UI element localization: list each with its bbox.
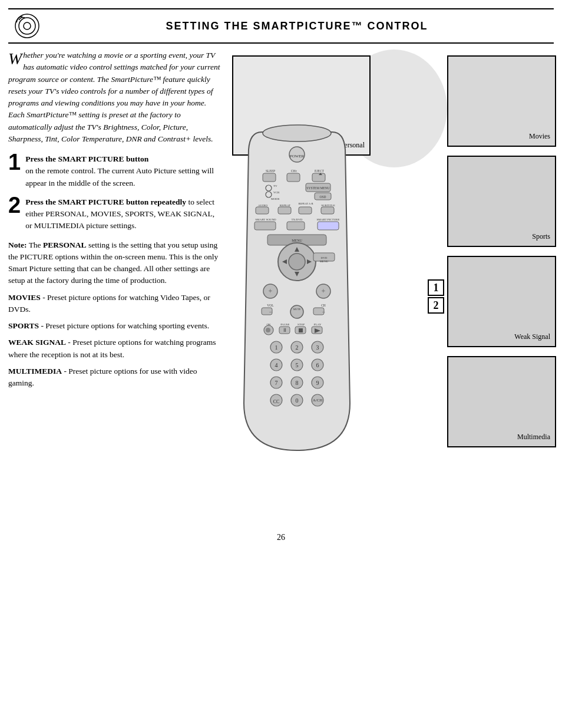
- right-section: Personal Movies Sports Weak Signal Multi…: [226, 50, 562, 521]
- svg-rect-67: [299, 328, 303, 332]
- svg-text:REPEAT: REPEAT: [280, 204, 290, 207]
- svg-text:1: 1: [275, 344, 278, 351]
- svg-text:5: 5: [296, 362, 299, 368]
- drop-cap: W: [8, 51, 22, 67]
- movies-panel-label: Movies: [529, 132, 550, 141]
- sports-desc: SPORTS - Preset picture options for watc…: [8, 320, 220, 332]
- svg-text:4: 4: [275, 362, 278, 368]
- svg-text:REPEAT A-B: REPEAT A-B: [298, 202, 313, 205]
- svg-text:0: 0: [296, 397, 299, 404]
- svg-text:VCR: VCR: [273, 191, 280, 194]
- svg-text:3: 3: [316, 344, 319, 351]
- panel-weak-signal: Weak Signal: [447, 256, 556, 347]
- svg-text:TV: TV: [273, 185, 277, 187]
- panel-multimedia: Multimedia: [447, 356, 556, 447]
- svg-rect-35: [318, 222, 339, 230]
- step-badge-2: 2: [428, 297, 444, 314]
- panel-movies: Movies: [447, 55, 556, 147]
- panel-sports: Sports: [447, 156, 556, 247]
- step-badge-1: 1: [428, 279, 444, 296]
- svg-text:2: 2: [296, 344, 299, 351]
- step-1-number: 1: [8, 151, 21, 173]
- note-body: The: [29, 241, 43, 249]
- svg-text:9: 9: [316, 380, 319, 386]
- weak-signal-label: WEAK SIGNAL: [8, 338, 66, 347]
- svg-text:⏸: ⏸: [282, 327, 287, 333]
- step-1-title: Press the SMART PICTURE button: [25, 154, 148, 163]
- main-content: Whether you're watching a movie or a spo…: [8, 50, 554, 521]
- svg-text:SUBTITLE: SUBTITLE: [321, 204, 335, 207]
- svg-rect-29: [321, 207, 334, 214]
- svg-rect-25: [278, 207, 291, 214]
- svg-point-39: [289, 253, 305, 270]
- svg-rect-9: [287, 173, 300, 182]
- step-2-number: 2: [8, 194, 21, 216]
- intro-text-body: hether you're watching a movie or a spor…: [8, 51, 220, 143]
- svg-rect-7: [263, 173, 276, 182]
- svg-text:PLAY: PLAY: [314, 323, 322, 326]
- intro-paragraph: Whether you're watching a movie or a spo…: [8, 50, 220, 145]
- svg-text:+: +: [269, 287, 273, 295]
- movies-label: MOVIES: [8, 293, 41, 302]
- step-2-title: Press the SMART PICTURE button repeatedl…: [25, 197, 186, 206]
- svg-text:AUDIO: AUDIO: [258, 204, 267, 207]
- svg-rect-33: [287, 222, 305, 230]
- svg-text:6: 6: [316, 362, 319, 368]
- svg-rect-27: [299, 207, 312, 214]
- svg-text:DVD: DVD: [321, 256, 328, 259]
- multimedia-panel-label: Multimedia: [517, 433, 550, 442]
- note-paragraph: Note: The PERSONAL setting is the settin…: [8, 239, 220, 287]
- step-1: 1 Press the SMART PICTURE button on the …: [8, 153, 220, 189]
- page-number: 26: [0, 533, 562, 551]
- svg-rect-31: [254, 222, 276, 230]
- svg-text:+: +: [322, 287, 326, 295]
- sports-label: SPORTS: [8, 321, 39, 330]
- svg-text:CH: CH: [321, 304, 326, 307]
- multimedia-label: MULTIMEDIA: [8, 367, 62, 375]
- svg-point-3: [263, 125, 331, 141]
- svg-text:CH±: CH±: [291, 169, 297, 173]
- svg-text:SLEEP: SLEEP: [266, 169, 275, 173]
- note-label: Note:: [8, 241, 27, 249]
- svg-text:CC: CC: [273, 399, 280, 404]
- svg-text:−: −: [322, 309, 325, 315]
- svg-rect-11: [312, 173, 325, 182]
- weak-signal-desc: WEAK SIGNAL - Preset picture options for…: [8, 337, 220, 361]
- step-2: 2 Press the SMART PICTURE button repeate…: [8, 196, 220, 232]
- step-2-content: Press the SMART PICTURE button repeatedl…: [25, 196, 220, 232]
- svg-point-1: [19, 18, 35, 34]
- step-1-content: Press the SMART PICTURE button on the re…: [25, 153, 220, 189]
- remote-control: POWER SLEEP CH± EJECT TV VCR MODE SYSTEM…: [238, 120, 356, 474]
- svg-text:OSD: OSD: [319, 195, 326, 199]
- svg-text:SMART PICTURE: SMART PICTURE: [317, 218, 340, 221]
- svg-text:POWER: POWER: [290, 154, 305, 159]
- svg-text:EJECT: EJECT: [315, 169, 325, 173]
- weak-signal-panel-label: Weak Signal: [514, 332, 550, 341]
- svg-text:8: 8: [296, 380, 299, 386]
- svg-text:A/CH: A/CH: [313, 398, 323, 403]
- sports-panel-label: Sports: [532, 232, 550, 241]
- sports-body: - Preset picture options for watching sp…: [41, 321, 209, 330]
- page-title: Setting the SmartPicture™ Control: [46, 20, 548, 32]
- svg-point-61: [266, 328, 270, 332]
- diagram-area: Personal Movies Sports Weak Signal Multi…: [226, 50, 562, 509]
- svg-text:−: −: [269, 309, 272, 315]
- svg-text:MODE: MODE: [271, 197, 280, 200]
- svg-text:STOP: STOP: [297, 323, 305, 326]
- svg-text:SYSTEM MENU: SYSTEM MENU: [306, 186, 329, 190]
- svg-text:TX/DVD: TX/DVD: [292, 218, 303, 221]
- svg-text:SMART SOUND: SMART SOUND: [255, 218, 276, 221]
- page-header: Setting the SmartPicture™ Control: [8, 8, 554, 44]
- svg-text:PAUSE: PAUSE: [280, 323, 289, 326]
- tv-remote-icon: [14, 13, 40, 39]
- multimedia-desc: MULTIMEDIA - Preset picture options for …: [8, 365, 220, 390]
- svg-text:7: 7: [275, 380, 278, 386]
- step-badges: 1 2: [428, 279, 444, 314]
- svg-text:MUTE: MUTE: [293, 308, 301, 311]
- svg-text:MENU: MENU: [320, 260, 329, 263]
- step-1-body: on the remote control. The current Auto …: [25, 166, 214, 187]
- svg-point-2: [24, 22, 31, 29]
- movies-desc: MOVIES - Preset picture options for watc…: [8, 292, 220, 316]
- svg-text:VOL: VOL: [267, 304, 274, 307]
- left-column: Whether you're watching a movie or a spo…: [8, 50, 220, 521]
